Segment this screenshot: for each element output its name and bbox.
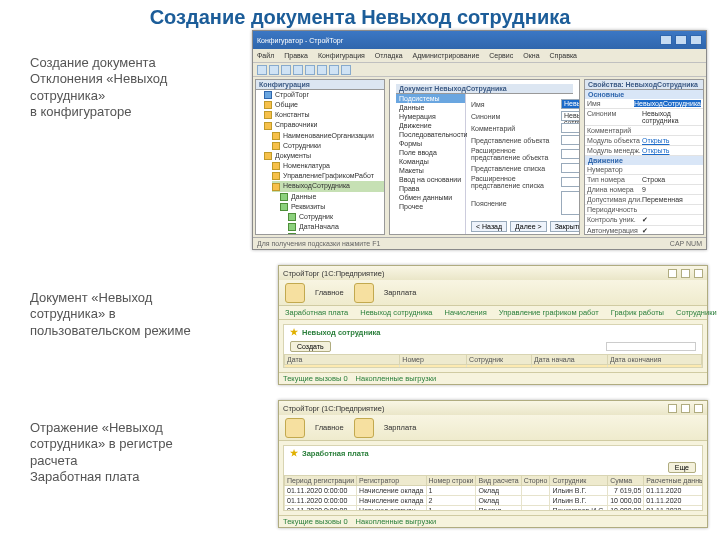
create-button[interactable]: Создать xyxy=(290,341,331,352)
doc-left-item[interactable]: Формы xyxy=(396,139,465,148)
explanation-field[interactable] xyxy=(561,191,580,215)
col-date[interactable]: Дата xyxy=(285,355,400,365)
tree-item[interactable]: УправлениеГрафикомРабот xyxy=(272,171,384,181)
doc-left-item[interactable]: Обмен данными xyxy=(396,193,465,202)
col[interactable]: Сумма xyxy=(608,476,644,486)
list-repr-field[interactable] xyxy=(561,163,580,173)
nav-link[interactable]: Заработная плата xyxy=(285,308,348,317)
menu-file[interactable]: Файл xyxy=(257,52,274,59)
menu-service[interactable]: Сервис xyxy=(489,52,513,59)
synonym-field[interactable]: Невыход сотрудника xyxy=(561,111,580,121)
search-input[interactable] xyxy=(606,342,696,351)
section-tab[interactable]: Зарплата xyxy=(384,288,417,297)
section-icon[interactable] xyxy=(354,418,374,438)
menu-debug[interactable]: Отладка xyxy=(375,52,403,59)
next-button[interactable]: Далее > xyxy=(510,221,547,232)
config-tree[interactable]: СтройТорг Общие Константы Справочники На… xyxy=(256,90,384,235)
tool-icon[interactable] xyxy=(317,65,327,75)
prop-val[interactable] xyxy=(642,166,701,173)
ext-list-repr-field[interactable] xyxy=(561,177,580,187)
table-row[interactable]: 01.11.2020 0:00:00 Невыход сотрудн.. 1 П… xyxy=(285,506,704,512)
col[interactable]: Период регистрации xyxy=(285,476,357,486)
section-tab[interactable]: Главное xyxy=(315,423,344,432)
doc-left-item[interactable]: Данные xyxy=(396,103,465,112)
doc-left-list[interactable]: Подсистемы Данные Нумерация Движение Пос… xyxy=(396,94,465,211)
close-icon[interactable] xyxy=(694,404,703,413)
doc-left-item[interactable]: Ввод на основании xyxy=(396,175,465,184)
section-tab[interactable]: Главное xyxy=(315,288,344,297)
prop-val[interactable]: Открыть xyxy=(642,137,701,144)
col[interactable]: Расчетные данные xyxy=(644,476,703,486)
maximize-icon[interactable] xyxy=(681,269,690,278)
prop-val[interactable]: Переменная xyxy=(642,196,701,203)
prop-val[interactable]: ✔ xyxy=(642,227,701,235)
nav-link[interactable]: График работы xyxy=(611,308,664,317)
tree-item[interactable]: Данные xyxy=(280,192,384,202)
tool-icon[interactable] xyxy=(329,65,339,75)
tree-item[interactable]: ДатаОкончания xyxy=(288,232,384,235)
close-icon[interactable] xyxy=(694,269,703,278)
col-emp[interactable]: Сотрудник xyxy=(467,355,532,365)
doc-left-item[interactable]: Последовательности xyxy=(396,130,465,139)
tree-item[interactable]: Номенклатура xyxy=(272,161,384,171)
minimize-icon[interactable] xyxy=(668,404,677,413)
tree-item-selected[interactable]: НевыходСотрудника xyxy=(272,181,384,191)
section-tab[interactable]: Зарплата xyxy=(384,423,417,432)
back-button[interactable]: < Назад xyxy=(471,221,507,232)
col[interactable]: Номер строки xyxy=(426,476,476,486)
col[interactable]: Сотрудник xyxy=(550,476,608,486)
close-icon[interactable] xyxy=(690,35,702,45)
tool-icon[interactable] xyxy=(281,65,291,75)
obj-repr-field[interactable] xyxy=(561,135,580,145)
menu-edit[interactable]: Правка xyxy=(284,52,308,59)
doc-left-item[interactable]: Права xyxy=(396,184,465,193)
prop-val[interactable] xyxy=(642,206,701,213)
tree-item[interactable]: Общие xyxy=(264,100,384,110)
menu-windows[interactable]: Окна xyxy=(523,52,539,59)
nav-link[interactable]: Начисления xyxy=(445,308,487,317)
tree-item[interactable]: ДатаНачала xyxy=(288,222,384,232)
nav-link[interactable]: Невыход сотрудника xyxy=(360,308,432,317)
tree-item[interactable]: Сотрудники xyxy=(272,141,384,151)
section-icon[interactable] xyxy=(285,418,305,438)
minimize-icon[interactable] xyxy=(668,269,677,278)
tool-icon[interactable] xyxy=(269,65,279,75)
nav-link[interactable]: Управление графиком работ xyxy=(499,308,599,317)
table-row[interactable]: 01.11.2020 0:00:00 Начисление оклада 1 О… xyxy=(285,486,704,496)
comment-field[interactable] xyxy=(561,123,580,133)
tool-icon[interactable] xyxy=(341,65,351,75)
doc-left-item[interactable]: Движение xyxy=(396,121,465,130)
table-row[interactable]: 30.11.2020 13:18:23 000000001 Ильин В.Г.… xyxy=(285,365,702,369)
tree-item[interactable]: Реквизиты xyxy=(280,202,384,212)
tree-item[interactable]: Константы xyxy=(264,110,384,120)
doc-left-item[interactable]: Поле ввода xyxy=(396,148,465,157)
doc-left-item[interactable]: Нумерация xyxy=(396,112,465,121)
doc-left-item[interactable]: Прочее xyxy=(396,202,465,211)
prop-val[interactable]: ✔ xyxy=(642,216,701,224)
tree-item[interactable]: СтройТорг xyxy=(264,90,384,100)
section-icon[interactable] xyxy=(354,283,374,303)
col-d1[interactable]: Дата начала xyxy=(532,355,608,365)
table-row[interactable]: 01.11.2020 0:00:00 Начисление оклада 2 О… xyxy=(285,496,704,506)
prop-val[interactable]: 9 xyxy=(642,186,701,193)
nav-link[interactable]: Сотрудники xyxy=(676,308,717,317)
menu-configuration[interactable]: Конфигурация xyxy=(318,52,365,59)
tree-item[interactable]: Справочники xyxy=(264,120,384,130)
tree-item[interactable]: Сотрудник xyxy=(288,212,384,222)
prop-val[interactable]: Невыход сотрудника xyxy=(642,110,701,124)
minimize-icon[interactable] xyxy=(660,35,672,45)
tool-icon[interactable] xyxy=(257,65,267,75)
prop-val[interactable] xyxy=(642,127,701,134)
maximize-icon[interactable] xyxy=(681,404,690,413)
col[interactable]: Вид расчета xyxy=(476,476,521,486)
prop-val[interactable]: Открыть xyxy=(642,147,701,154)
tool-icon[interactable] xyxy=(293,65,303,75)
prop-val[interactable]: Строка xyxy=(642,176,701,183)
col[interactable]: Сторно xyxy=(521,476,550,486)
register-table[interactable]: Период регистрации Регистратор Номер стр… xyxy=(284,475,703,511)
document-table[interactable]: Дата Номер Сотрудник Дата начала Дата ок… xyxy=(284,354,702,368)
maximize-icon[interactable] xyxy=(675,35,687,45)
doc-left-item[interactable]: Макеты xyxy=(396,166,465,175)
tool-icon[interactable] xyxy=(305,65,315,75)
menu-admin[interactable]: Администрирование xyxy=(413,52,480,59)
